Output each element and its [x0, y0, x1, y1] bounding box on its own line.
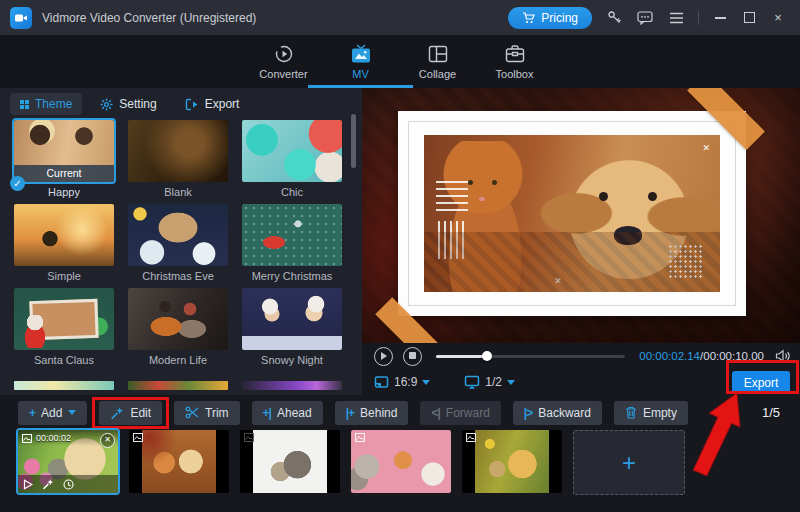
decor-x-mark: ✕ [554, 276, 562, 286]
titlebar-divider [698, 11, 699, 25]
image-icon [355, 433, 365, 442]
export-tab-icon [185, 98, 199, 111]
volume-icon[interactable] [774, 347, 792, 365]
theme-thumbnail-partial[interactable] [128, 381, 228, 390]
remove-clip-icon[interactable]: ✕ [100, 433, 115, 448]
stop-button[interactable] [403, 347, 422, 366]
tab-mv[interactable]: MV [322, 35, 399, 88]
theme-thumbnail [128, 120, 228, 182]
timeline-clip-3[interactable] [240, 430, 340, 493]
edit-wand-icon [110, 406, 124, 420]
timeline-clip-5[interactable] [462, 430, 562, 493]
ahead-button[interactable]: +| Ahead [252, 401, 323, 425]
theme-thumbnail [128, 288, 228, 350]
tab-toolbox[interactable]: Toolbox [476, 35, 553, 88]
add-button[interactable]: + Add [18, 401, 87, 425]
chevron-down-icon [507, 380, 515, 385]
timeline-clip-2[interactable] [129, 430, 229, 493]
add-clip-slot[interactable]: + [573, 430, 685, 495]
toolbox-icon [505, 44, 525, 64]
pricing-button[interactable]: Pricing [508, 7, 592, 29]
feedback-icon[interactable] [636, 9, 654, 27]
clip-duration: 00:00:02 [36, 433, 71, 443]
pricing-label: Pricing [541, 11, 578, 25]
theme-grid: Current ✓ Happy Blank Chic Simple Christ… [12, 120, 348, 370]
kitten-figure [430, 141, 537, 292]
clip-duration-icon[interactable] [63, 479, 74, 490]
play-button[interactable] [374, 347, 393, 366]
maximize-button[interactable] [741, 10, 757, 26]
button-label: Edit [130, 406, 151, 420]
theme-card-snowy-night[interactable]: Snowy Night [240, 288, 344, 370]
tab-label: Toolbox [496, 68, 534, 80]
mv-icon [350, 44, 372, 64]
trim-button[interactable]: Trim [174, 401, 240, 425]
behind-button[interactable]: |+ Behind [335, 401, 409, 425]
theme-grid-icon [20, 100, 29, 109]
forward-button[interactable]: <| Forward [420, 401, 500, 425]
theme-card-merry-christmas[interactable]: Merry Christmas [240, 204, 344, 286]
collage-icon [428, 44, 448, 64]
theme-label: Chic [240, 182, 344, 202]
panel-tab-export[interactable]: Export [175, 93, 250, 115]
menu-icon[interactable] [667, 9, 685, 27]
timeline-clip-1[interactable]: 00:00:02 ✕ [18, 430, 118, 493]
tab-converter[interactable]: Converter [245, 35, 322, 88]
button-label: Add [41, 406, 62, 420]
progress-slider[interactable] [436, 355, 625, 358]
preview-options-bar: 16:9 1/2 Export [362, 369, 800, 395]
theme-thumbnail [128, 204, 228, 266]
cart-icon [522, 12, 535, 24]
photo-frame: ✕ ✕ [398, 111, 746, 316]
theme-label: Modern Life [126, 350, 230, 370]
theme-thumbnail-partial[interactable] [14, 381, 114, 390]
register-key-icon[interactable] [605, 9, 623, 27]
current-theme-badge: Current [14, 165, 114, 182]
clip-play-icon[interactable] [23, 479, 33, 490]
theme-thumbnail [242, 288, 342, 350]
export-button[interactable]: Export [732, 371, 790, 394]
minimize-button[interactable] [712, 10, 728, 26]
image-icon [466, 433, 476, 442]
monitor-icon [464, 375, 480, 389]
backward-button[interactable]: |> Backward [513, 401, 602, 425]
progress-knob[interactable] [482, 351, 492, 361]
timeline-clip-4[interactable] [351, 430, 451, 493]
gear-icon [100, 98, 113, 111]
aspect-ratio-select[interactable]: 16:9 [374, 375, 430, 389]
clip-thumbnail [475, 430, 549, 493]
close-button[interactable]: × [770, 10, 786, 26]
trash-icon [625, 406, 637, 419]
image-icon [22, 434, 32, 443]
app-window: Vidmore Video Converter (Unregistered) P… [0, 0, 800, 512]
theme-card-modern-life[interactable]: Modern Life [126, 288, 230, 370]
theme-label: Snowy Night [240, 350, 344, 370]
theme-card-christmas-eve[interactable]: Christmas Eve [126, 204, 230, 286]
theme-card-chic[interactable]: Chic [240, 120, 344, 202]
image-icon [244, 433, 254, 442]
panel-tab-setting[interactable]: Setting [90, 93, 166, 115]
panel-tab-theme[interactable]: Theme [10, 93, 82, 115]
edit-button[interactable]: Edit [99, 401, 162, 425]
clip-edit-icon[interactable] [42, 478, 54, 490]
converter-icon [274, 44, 294, 64]
theme-label: Merry Christmas [240, 266, 344, 286]
panel-tab-label: Setting [119, 97, 156, 111]
theme-card-blank[interactable]: Blank [126, 120, 230, 202]
theme-label: Blank [126, 182, 230, 202]
theme-card-happy[interactable]: Current ✓ Happy [12, 120, 116, 202]
button-label: Trim [205, 406, 229, 420]
theme-card-santa-claus[interactable]: Santa Claus [12, 288, 116, 370]
playback-bar: 00:00:02.14/00:00:10.00 [362, 343, 800, 369]
theme-thumbnail-partial[interactable] [242, 381, 342, 390]
theme-card-simple[interactable]: Simple [12, 204, 116, 286]
theme-thumbnail [242, 204, 342, 266]
display-scale-select[interactable]: 1/2 [464, 375, 515, 389]
empty-button[interactable]: Empty [614, 401, 688, 425]
theme-thumbnail [14, 288, 114, 350]
theme-label: Simple [12, 266, 116, 286]
tab-collage[interactable]: Collage [399, 35, 476, 88]
tab-label: Collage [419, 68, 456, 80]
panel-scrollbar[interactable] [351, 114, 356, 168]
panel-tab-label: Theme [35, 97, 72, 111]
